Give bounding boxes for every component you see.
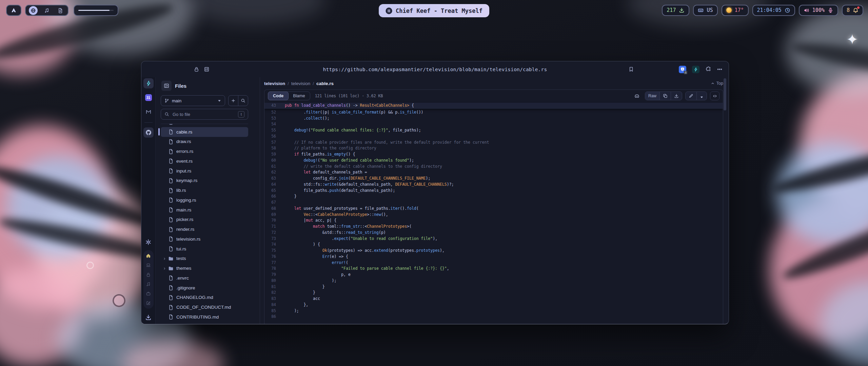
line-number[interactable]: 65	[264, 188, 279, 194]
pinned-tab-calendar[interactable]: 31	[143, 93, 154, 103]
breadcrumb-repo[interactable]: television	[264, 81, 285, 86]
now-playing-widget[interactable]: Chief Keef - Treat Myself	[379, 4, 489, 17]
line-number[interactable]: 61	[264, 164, 279, 170]
status-pill-audio[interactable]: 100%	[799, 5, 838, 16]
workspace-briefcase-icon[interactable]	[146, 291, 151, 296]
scroll-to-top-link[interactable]: Top	[711, 81, 723, 86]
line-number[interactable]: 54	[264, 121, 279, 127]
status-pill-notifications[interactable]: 8	[842, 5, 863, 16]
raw-button[interactable]: Raw	[645, 92, 659, 100]
tree-item-main.rs[interactable]: main.rs	[161, 205, 248, 215]
tree-item-CONTRIBUTING.md[interactable]: CONTRIBUTING.md	[161, 312, 248, 322]
pinned-tab-mail[interactable]	[143, 107, 154, 117]
search-tree-button[interactable]	[238, 96, 248, 106]
tree-item-CHANGELOG.md[interactable]: CHANGELOG.md	[161, 293, 248, 303]
line-number[interactable]: 81	[264, 284, 279, 290]
go-to-file-box[interactable]: t	[161, 109, 248, 120]
line-number[interactable]: 55	[264, 127, 279, 134]
line-number[interactable]: 58	[264, 145, 279, 151]
launcher-button[interactable]	[6, 5, 21, 16]
tab-blame[interactable]: Blame	[288, 92, 310, 100]
line-number[interactable]: 82	[264, 290, 279, 296]
tree-item-cable.rs[interactable]: cable.rs	[161, 127, 248, 137]
line-number[interactable]: 62	[264, 169, 279, 176]
line-number[interactable]: 85	[264, 308, 279, 314]
workspace-lock-icon[interactable]	[146, 272, 151, 277]
line-number[interactable]: 53	[264, 116, 279, 122]
breadcrumb-dir[interactable]: television	[291, 81, 310, 86]
bitwarden-extension-icon[interactable]	[679, 66, 686, 73]
tree-item-logging.rs[interactable]: logging.rs	[161, 195, 248, 205]
tree-item-.gitignore[interactable]: .gitignore	[161, 283, 248, 293]
dock-app-music-note[interactable]	[42, 6, 51, 15]
tree-item[interactable]	[161, 322, 248, 324]
bolt-extension-icon[interactable]	[692, 66, 699, 73]
go-to-file-input[interactable]	[172, 111, 235, 117]
menu-dots-icon[interactable]	[717, 66, 723, 72]
extensions-puzzle-icon[interactable]	[705, 66, 711, 72]
line-number[interactable]: 57	[264, 140, 279, 146]
tree-item-.envrc[interactable]: .envrc	[161, 273, 248, 283]
line-number[interactable]: 78	[264, 266, 279, 272]
status-pill-weather[interactable]: 17°	[722, 5, 749, 16]
tree-item-event.rs[interactable]: event.rs	[161, 156, 248, 166]
line-number[interactable]: 74	[264, 242, 279, 248]
line-number[interactable]: 80	[264, 278, 279, 284]
tree-item-lib.rs[interactable]: lib.rs	[161, 185, 248, 195]
tree-item-television.rs[interactable]: television.rs	[161, 234, 248, 244]
line-number[interactable]: 75	[264, 248, 279, 254]
tree-item-themes[interactable]: themes	[161, 263, 248, 273]
line-number[interactable]: 79	[264, 272, 279, 278]
line-number[interactable]: 43	[264, 103, 279, 109]
copy-button[interactable]	[659, 92, 671, 100]
symbols-button[interactable]	[710, 92, 719, 100]
workspace-laptop-icon[interactable]	[146, 263, 151, 268]
tree-item-CODE_OF_CONDUCT.md[interactable]: CODE_OF_CONDUCT.md	[161, 302, 248, 312]
tree-item[interactable]	[161, 124, 248, 127]
line-number[interactable]: 77	[264, 260, 279, 266]
status-pill-keyboard-layout[interactable]: US	[693, 5, 717, 16]
media-progress-slider[interactable]	[74, 5, 118, 16]
downloads-icon[interactable]	[145, 314, 152, 321]
line-number[interactable]: 59	[264, 151, 279, 158]
edit-menu-button[interactable]	[696, 92, 707, 100]
line-number[interactable]: 84	[264, 302, 279, 308]
line-number[interactable]: 86	[264, 314, 279, 320]
tab-code[interactable]: Code	[268, 92, 289, 100]
edit-button[interactable]	[686, 92, 696, 100]
line-number[interactable]: 73	[264, 236, 279, 242]
status-pill-updates[interactable]: 217	[662, 5, 689, 16]
line-number[interactable]: 76	[264, 254, 279, 260]
workspace-home-icon[interactable]	[146, 253, 151, 258]
copilot-button[interactable]	[632, 92, 642, 100]
tree-item-input.rs[interactable]: input.rs	[161, 166, 248, 176]
dock-app-document[interactable]	[56, 6, 65, 15]
line-number[interactable]: 71	[264, 224, 279, 230]
dock-app-globe[interactable]	[29, 6, 38, 15]
pinned-tab-bolt[interactable]	[143, 78, 154, 88]
line-number[interactable]: 68	[264, 206, 279, 212]
line-number[interactable]: 72	[264, 230, 279, 236]
tree-item-keymap.rs[interactable]: keymap.rs	[161, 176, 248, 186]
line-number[interactable]: 52	[264, 109, 279, 116]
collapse-panel-button[interactable]	[161, 81, 172, 91]
branch-selector[interactable]: main	[161, 95, 225, 106]
settings-gear-icon[interactable]	[145, 239, 152, 245]
status-pill-clock[interactable]: 21:04:05	[752, 5, 795, 16]
line-number[interactable]: 56	[264, 134, 279, 140]
tree-item-picker.rs[interactable]: picker.rs	[161, 215, 248, 225]
tree-item-tui.rs[interactable]: tui.rs	[161, 244, 248, 254]
tree-item-render.rs[interactable]: render.rs	[161, 224, 248, 234]
line-number[interactable]: 66	[264, 194, 279, 200]
line-number[interactable]: 69	[264, 212, 279, 218]
line-number[interactable]: 70	[264, 218, 279, 224]
line-number[interactable]: 63	[264, 176, 279, 182]
bookmark-icon[interactable]	[628, 66, 634, 72]
line-number[interactable]: 64	[264, 182, 279, 188]
add-file-button[interactable]	[229, 96, 238, 106]
pause-icon[interactable]	[386, 7, 392, 14]
line-number[interactable]: 67	[264, 200, 279, 206]
workspace-music-note-icon[interactable]	[146, 282, 151, 287]
line-number[interactable]: 60	[264, 158, 279, 164]
tree-item-errors.rs[interactable]: errors.rs	[161, 146, 248, 156]
